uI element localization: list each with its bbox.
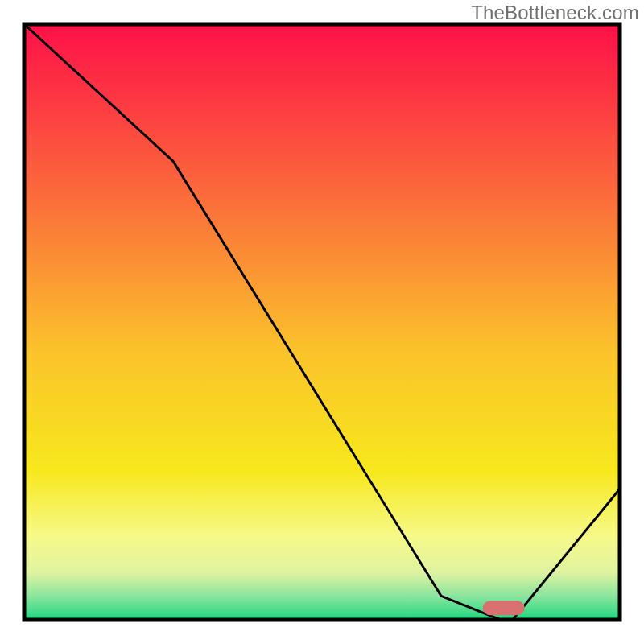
minimum-marker xyxy=(483,601,525,615)
chart-area: TheBottleneck.com xyxy=(0,0,644,644)
watermark-text: TheBottleneck.com xyxy=(471,2,639,24)
chart-svg xyxy=(0,0,644,644)
background-gradient xyxy=(24,24,620,620)
